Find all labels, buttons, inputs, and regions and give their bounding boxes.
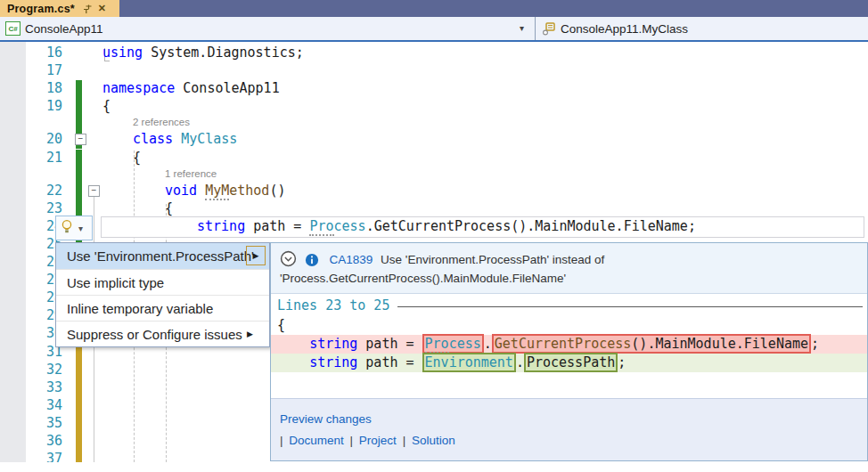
change-tracking-bar <box>76 150 82 167</box>
code-text: string path = Process.GetCurrentProcess(… <box>197 218 696 234</box>
diff-rule-line <box>397 306 863 307</box>
line-number: 36 <box>0 433 62 449</box>
menu-item-label: Use 'Environment.ProcessPath' <box>67 248 254 264</box>
code-line[interactable]: 22−void MyMethod() <box>0 183 868 200</box>
menu-item-use-environment-processpath[interactable]: Use 'Environment.ProcessPath'▶ <box>56 243 269 269</box>
codelens-row: 1 reference <box>0 167 868 183</box>
menu-item-label: Use implicit type <box>67 275 164 290</box>
line-number: 22 <box>0 183 62 199</box>
tab-title: Program.cs* <box>7 3 75 15</box>
collapse-toggle[interactable]: − <box>75 134 86 145</box>
csharp-project-icon: C# <box>5 21 20 36</box>
line-number: 20 <box>0 131 62 147</box>
codelens-references[interactable]: 1 reference <box>165 168 217 179</box>
line-number: 26 <box>0 254 62 270</box>
change-tracking-bar <box>76 379 82 397</box>
line-number: 33 <box>0 379 62 395</box>
added-span-box: Environment <box>422 353 516 372</box>
chevron-circle-icon[interactable] <box>280 250 297 267</box>
quick-actions-menu: Use 'Environment.ProcessPath'▶Use implic… <box>55 242 270 347</box>
line-number: 32 <box>0 362 62 378</box>
rule-id-link[interactable]: CA1839 <box>330 253 373 266</box>
code-text: void MyMethod() <box>165 183 285 199</box>
code-text: { <box>165 200 173 216</box>
line-number: 24 <box>0 218 62 234</box>
fix-scope-link-project[interactable]: Project <box>359 434 397 447</box>
line-number: 23 <box>0 200 62 216</box>
tab-program-cs[interactable]: Program.cs* ✕ <box>0 0 119 17</box>
change-tracking-bar <box>76 362 82 379</box>
preview-changes-link[interactable]: Preview changes <box>280 412 372 426</box>
code-text: { <box>102 98 111 114</box>
code-diff-preview: Lines 23 to 25 { string path = Process.G… <box>271 294 867 372</box>
codelens-references[interactable]: 2 references <box>133 117 190 127</box>
project-dropdown[interactable]: C# ConsoleApp11 ▾ <box>0 17 535 40</box>
removed-span-box: Process <box>422 334 484 354</box>
line-number: 31 <box>0 344 62 360</box>
member-dropdown[interactable]: ConsoleApp11.MyClass <box>536 17 868 40</box>
code-text: class MyClass <box>133 131 237 147</box>
popup-footer: Preview changes | Document | Project | S… <box>271 398 867 460</box>
code-line[interactable]: 23{ <box>0 200 868 218</box>
class-icon <box>542 21 556 36</box>
member-dropdown-label: ConsoleApp11.MyClass <box>561 22 688 36</box>
info-icon <box>305 253 319 267</box>
submenu-arrow-icon[interactable]: ▶ <box>246 246 266 265</box>
line-number: 30 <box>0 325 62 341</box>
diff-removed-line: string path = Process.GetCurrentProcess(… <box>271 335 867 354</box>
code-line[interactable]: 17 <box>0 62 868 80</box>
menu-item-use-implicit-type[interactable]: Use implicit type <box>56 269 269 295</box>
code-line[interactable]: 18namespace ConsoleApp11 <box>0 80 868 98</box>
line-number: 29 <box>0 307 62 323</box>
change-tracking-bar <box>76 80 82 98</box>
fix-scope-links: | Document | Project | Solution <box>280 434 458 447</box>
added-span-box: ProcessPath <box>524 353 618 372</box>
menu-item-label: Suppress or Configure issues <box>67 327 242 342</box>
scope-separator: | <box>403 434 409 447</box>
diagnostic-header: CA1839 Use 'Environment.ProcessPath' ins… <box>271 243 867 294</box>
collapse-toggle[interactable]: − <box>88 185 100 197</box>
change-tracking-bar <box>76 116 82 131</box>
scope-separator: | <box>280 434 286 447</box>
code-line[interactable]: 20−class MyClass <box>0 131 868 149</box>
line-number: 21 <box>0 150 62 166</box>
code-line[interactable]: 21{ <box>0 150 868 167</box>
line-number: 27 <box>0 272 62 288</box>
code-text: using System.Diagnostics; <box>102 45 304 61</box>
code-text: { <box>133 150 141 166</box>
tab-strip: Program.cs* ✕ <box>0 0 868 17</box>
fix-scope-link-solution[interactable]: Solution <box>412 434 455 447</box>
code-line[interactable]: 16using System.Diagnostics; <box>0 45 868 62</box>
diff-context-line: { <box>271 316 867 335</box>
change-tracking-bar <box>76 397 82 415</box>
chevron-down-icon[interactable]: ▾ <box>520 23 524 33</box>
submenu-arrow-icon[interactable]: ▶ <box>247 321 253 347</box>
change-tracking-bar <box>76 167 82 183</box>
editor-bottom-strip <box>0 462 868 472</box>
change-tracking-bar <box>76 433 82 451</box>
quick-actions-lightbulb[interactable]: ▾ <box>55 216 93 240</box>
code-line[interactable]: 19{ <box>0 98 868 116</box>
navigation-bar: C# ConsoleApp11 ▾ ConsoleApp11.MyClass <box>0 17 868 42</box>
close-icon[interactable]: ✕ <box>98 4 106 13</box>
change-tracking-bar <box>76 183 82 200</box>
diagnostic-message: Use 'Environment.ProcessPath' instead of… <box>280 253 604 285</box>
line-number: 28 <box>0 289 62 305</box>
line-number: 25 <box>0 236 62 252</box>
scope-separator: | <box>350 434 356 447</box>
change-tracking-bar <box>76 98 82 116</box>
menu-item-suppress-or-configure-issues[interactable]: Suppress or Configure issues▶ <box>56 321 269 346</box>
menu-item-inline-temporary-variable[interactable]: Inline temporary variable <box>56 295 269 321</box>
chevron-down-icon[interactable]: ▾ <box>78 224 83 233</box>
line-number: 35 <box>0 415 62 431</box>
menu-item-label: Inline temporary variable <box>67 301 213 316</box>
codelens-row: 2 references <box>0 116 868 131</box>
pin-icon[interactable] <box>82 4 93 14</box>
diff-added-line: string path = Environment.ProcessPath; <box>271 354 867 372</box>
line-number: 18 <box>0 80 62 96</box>
navbar-divider <box>535 17 536 40</box>
removed-span-box: GetCurrentProcess().MainModule.FileName <box>492 334 811 354</box>
diff-lines-label: Lines 23 to 25 <box>277 297 389 313</box>
code-line[interactable]: 24string path = Process.GetCurrentProces… <box>0 218 868 236</box>
fix-scope-link-document[interactable]: Document <box>289 434 344 447</box>
